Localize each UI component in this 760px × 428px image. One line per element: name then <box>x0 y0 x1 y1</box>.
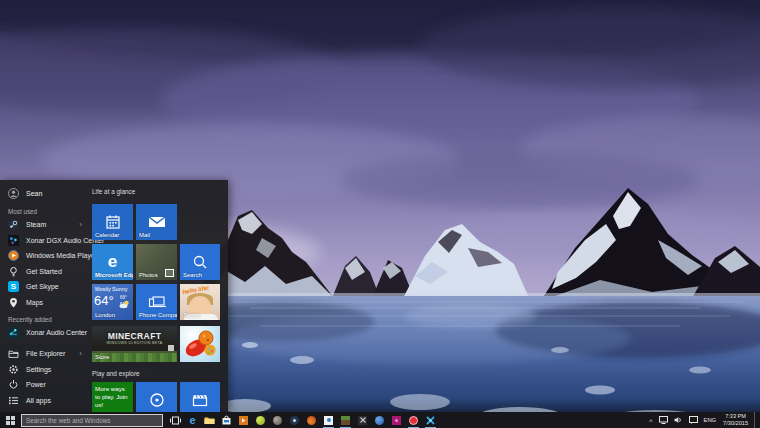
game-icon-3[interactable] <box>303 412 320 428</box>
most-used-header: Most used <box>0 202 88 217</box>
tile-photos[interactable]: Photos <box>136 244 177 280</box>
groove-music-icon <box>136 382 177 412</box>
game-icon-4[interactable] <box>354 412 371 428</box>
tile-candy-crush[interactable] <box>180 326 220 362</box>
tray-overflow-chevron-icon[interactable]: ^ <box>648 413 653 428</box>
tile-twitter[interactable]: hello life! Twitter <box>180 284 220 320</box>
start-button[interactable] <box>0 412 21 428</box>
tile-label: Mail <box>139 232 150 238</box>
movies-tv-clapper-icon <box>180 382 220 412</box>
app-label: Maps <box>26 299 43 306</box>
app-label: Windows Media Player <box>26 252 97 259</box>
network-icon[interactable] <box>658 412 669 428</box>
footer-item-all-apps[interactable]: All apps <box>0 393 88 409</box>
show-desktop-button[interactable] <box>754 412 759 428</box>
app-icon-white-blue[interactable] <box>320 412 337 428</box>
start-menu-footer: File Explorer › Settings Power All apps <box>0 346 88 408</box>
start-menu-tiles: Life at a glance Calendar Mail e Microso… <box>92 180 224 412</box>
footer-label: All apps <box>26 397 51 404</box>
media-player-taskbar-icon[interactable] <box>235 412 252 428</box>
minecraft-logo: MINECRAFT <box>92 331 177 341</box>
tile-group-header-play: Play and explore <box>92 370 140 377</box>
tile-label: Phone Compa... <box>139 312 177 318</box>
xonar-audio-center-icon <box>8 327 19 338</box>
app-item-steam[interactable]: Steam › <box>0 217 88 233</box>
recently-added-header: Recently added <box>0 310 88 325</box>
footer-label: Settings <box>26 366 51 373</box>
tile-group-header-life: Life at a glance <box>92 188 135 195</box>
file-explorer-icon <box>8 348 19 359</box>
app-icon-magenta[interactable] <box>388 412 405 428</box>
system-tray: ^ ENG 7:33 PM 7/30/2015 <box>648 412 760 428</box>
game-icon-1[interactable] <box>252 412 269 428</box>
tile-label: Photos <box>139 272 158 278</box>
game-icon-2[interactable] <box>269 412 286 428</box>
app-item-xonar-audio-center[interactable]: Xonar Audio Center <box>0 325 88 341</box>
tile-label: Microsoft Edge <box>95 272 133 278</box>
app-item-windows-media-player[interactable]: Windows Media Player › <box>0 248 88 264</box>
tile-mail[interactable]: Mail <box>136 204 177 240</box>
tile-store-minecraft[interactable]: MINECRAFT WINDOWS 10 EDITION BETA Store <box>92 326 177 362</box>
app-item-get-skype[interactable]: S Get Skype <box>0 279 88 295</box>
tile-search[interactable]: Search <box>180 244 220 280</box>
steam-icon <box>8 219 19 230</box>
candy-crush-icon <box>180 326 220 362</box>
footer-label: File Explorer <box>26 350 65 357</box>
footer-item-power[interactable]: Power <box>0 377 88 393</box>
volume-icon[interactable] <box>673 412 684 428</box>
clock-date: 7/30/2015 <box>723 420 748 426</box>
user-account-button[interactable]: Sean <box>0 185 88 202</box>
submenu-chevron-icon: › <box>79 350 88 358</box>
steam-taskbar-icon[interactable] <box>286 412 303 428</box>
user-name: Sean <box>26 190 42 197</box>
tile-movies-tv[interactable] <box>180 382 220 412</box>
file-explorer-taskbar-icon[interactable] <box>201 412 218 428</box>
game-icon-5[interactable] <box>405 412 422 428</box>
get-started-icon <box>8 266 19 277</box>
minecraft-subtitle: WINDOWS 10 EDITION BETA <box>92 341 177 345</box>
weather-city: London <box>95 312 115 318</box>
tile-microsoft-edge[interactable]: e Microsoft Edge <box>92 244 133 280</box>
tile-weather[interactable]: Mostly Sunny 64° 68° 55° London <box>92 284 133 320</box>
svg-text:S: S <box>11 283 17 292</box>
skype-icon: S <box>8 281 19 292</box>
footer-item-file-explorer[interactable]: File Explorer › <box>0 346 88 362</box>
taskbar-app-icons: e <box>167 412 439 428</box>
app-label: Steam <box>26 221 46 228</box>
task-view-button[interactable] <box>167 412 184 428</box>
windows-logo-icon <box>6 416 15 425</box>
xonar-dgx-icon <box>8 235 19 246</box>
tile-calendar[interactable]: Calendar <box>92 204 133 240</box>
store-taskbar-icon[interactable] <box>218 412 235 428</box>
minecraft-taskbar-icon[interactable] <box>337 412 354 428</box>
clock-time: 7:33 PM <box>725 413 746 419</box>
app-label: Xonar Audio Center <box>26 329 87 336</box>
tile-xbox[interactable]: More ways to play. Join us! <box>92 382 133 412</box>
taskbar-search-input[interactable] <box>21 414 163 427</box>
submenu-chevron-icon: › <box>79 221 88 229</box>
user-avatar <box>8 188 19 199</box>
app-item-xonar-dgx[interactable]: Xonar DGX Audio Center <box>0 233 88 249</box>
maps-pin-icon <box>8 297 19 308</box>
tile-label: Search <box>183 272 202 278</box>
app-item-get-started[interactable]: Get Started <box>0 264 88 280</box>
edge-glyph: e <box>189 415 195 426</box>
tile-phone-companion[interactable]: Phone Compa... <box>136 284 177 320</box>
xbox-promo-text: More ways to play. Join us! <box>95 385 130 408</box>
taskbar: e ^ ENG 7:33 PM 7/30/2015 <box>0 412 760 428</box>
edge-taskbar-icon[interactable]: e <box>184 412 201 428</box>
footer-item-settings[interactable]: Settings <box>0 362 88 378</box>
weather-temperature: 64° <box>94 293 114 308</box>
taskbar-clock[interactable]: 7:33 PM 7/30/2015 <box>721 412 750 428</box>
all-apps-icon <box>8 395 19 406</box>
app-icon-blue-x[interactable] <box>422 412 439 428</box>
tile-groove-music[interactable] <box>136 382 177 412</box>
start-menu: Sean Most used Steam › Xonar DGX Audio C… <box>0 180 228 412</box>
footer-label: Power <box>26 381 46 388</box>
app-item-maps[interactable]: Maps <box>0 295 88 311</box>
weather-sun-cloud-icon <box>119 295 130 313</box>
action-center-icon[interactable] <box>688 412 699 428</box>
language-indicator[interactable]: ENG <box>703 412 718 428</box>
app-icon-blue[interactable] <box>371 412 388 428</box>
power-icon <box>8 379 19 390</box>
